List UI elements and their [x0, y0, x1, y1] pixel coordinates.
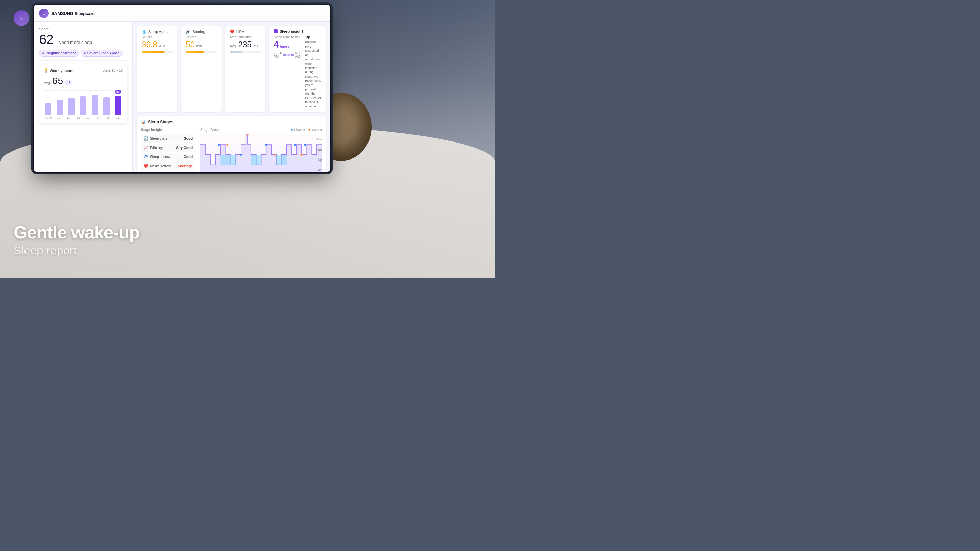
- date-labels: June 10 11 12 13 14 15 16: [43, 116, 123, 119]
- mental-value: Shortage: [178, 164, 192, 168]
- bottom-text-overlay: Gentle wake-up Sleep report: [14, 222, 140, 257]
- bar-group-13: [78, 96, 88, 115]
- weekly-header: 🏆 Weekly score June 10 ~ 16: [43, 68, 123, 73]
- sleep-apnea-bar-fill: [142, 51, 165, 53]
- insight-time-range: 23:20 PM 6:00 AM: [274, 51, 302, 59]
- stage-insight-header: Stage insight: [141, 128, 195, 132]
- sleep-apnea-header: 💧 Sleep Apnea: [142, 29, 172, 34]
- sleep-stage-svg: Awake REM Light Deep: [200, 134, 322, 172]
- latency-icon: 💤: [143, 155, 148, 159]
- sleep-cycle-value: Good: [184, 137, 192, 140]
- snoring-legend-label: Snoring: [311, 128, 322, 131]
- tv-brand-name: SAMSUNG Sleepcare: [51, 11, 94, 16]
- arrow-2: [287, 54, 290, 56]
- snoring-card: 🔊 Snoring Severe 50 min: [181, 26, 221, 112]
- insight-times-value: 4: [274, 39, 279, 50]
- weekly-score-widget: 🏆 Weekly score June 10 ~ 16 Avg. 65 ↓ 3: [39, 64, 127, 124]
- sleep-insight-card: Sleep insight Sleep care Assist 4 times: [269, 26, 326, 112]
- insight-content: Sleep care Assist 4 times 23:20 PM: [274, 35, 321, 109]
- insight-left: Sleep care Assist 4 times 23:20 PM: [274, 35, 302, 109]
- snoring-icon: 🔊: [185, 29, 191, 34]
- svg-rect-0: [200, 134, 322, 144]
- svg-point-14: [274, 154, 275, 156]
- weekly-date: June 10 ~ 16: [103, 69, 123, 73]
- insight-tip-text: Irregular HRV suspected of arrhythmia we…: [305, 40, 321, 109]
- insight-right: Tip Irregular HRV suspected of arrhythmi…: [305, 35, 321, 109]
- day-11: 11: [63, 116, 73, 119]
- bar-value-badge-16: 62: [115, 90, 121, 94]
- svg-point-7: [218, 143, 220, 146]
- bar-15: [103, 97, 110, 115]
- sleep-apnea-badge: Severe Sleep Apnea: [81, 50, 123, 57]
- tv-header-bar: ○ SAMSUNG Sleepcare: [34, 5, 330, 22]
- badge-row: Irregular heartbeat Severe Sleep Apnea: [39, 50, 127, 57]
- bar-group-12: [67, 98, 76, 115]
- bar-12: [68, 98, 75, 115]
- svg-text:Light: Light: [317, 158, 322, 161]
- tv-screen: ○ SAMSUNG Sleepcare Score 62 Need more s…: [34, 5, 330, 172]
- mental-icon: ❤️: [143, 164, 148, 168]
- efficiency-icon: 📈: [143, 146, 148, 150]
- graph-svg-container: Awake REM Light Deep: [200, 134, 322, 172]
- stage-item-sleep-cycle: 🔄 Sleep cycle Good: [141, 134, 195, 143]
- hrv-bar-fill: [230, 51, 242, 53]
- stages-content: Stage insight 🔄 Sleep cycle Good: [141, 128, 322, 172]
- sleep-apnea-bar: [142, 51, 172, 53]
- legend-flipping: Flipping: [291, 128, 305, 131]
- snoring-dot: [308, 129, 310, 130]
- stage-item-latency: 💤 Sleep latency Good: [141, 153, 195, 161]
- insight-times-unit: times: [280, 44, 289, 48]
- stage-legend: Flipping Snoring: [291, 128, 322, 131]
- change-badge: ↓ 3: [64, 80, 72, 86]
- hrv-severity: Atrial fibrillation: [230, 35, 261, 39]
- stage-graph-title: Stage Graph: [200, 128, 220, 132]
- mental-name: Mental refresh: [150, 164, 172, 168]
- svg-rect-4: [221, 155, 236, 165]
- badge-dot-2: [84, 52, 86, 54]
- svg-rect-1: [200, 144, 322, 155]
- avg-label: Avg.: [43, 81, 51, 85]
- badge-dot-1: [42, 52, 44, 54]
- bar-group-16: 62: [113, 96, 123, 115]
- arrow-1: [283, 54, 286, 56]
- flipping-dot: [291, 129, 293, 130]
- svg-text:Deep: Deep: [317, 168, 322, 171]
- svg-point-12: [226, 143, 228, 146]
- stages-title: Sleep Stages: [148, 120, 173, 124]
- bar-group-14: [90, 95, 100, 115]
- sleep-apnea-unit: AHI: [159, 44, 165, 48]
- snoring-severity: Severe: [185, 35, 216, 39]
- hrv-card: ❤️ HRV Atrial fibrillation Avg. 235 ms: [225, 26, 266, 112]
- bar-group-15: [102, 97, 111, 115]
- legend-snoring: Snoring: [308, 128, 322, 131]
- insight-time-to: 6:00 AM: [295, 51, 301, 59]
- hrv-bar: [230, 51, 261, 53]
- stage-item-mental: ❤️ Mental refresh Shortage: [141, 162, 195, 170]
- insight-time-from: 23:20 PM: [274, 51, 282, 59]
- hrv-icon: ❤️: [230, 29, 235, 34]
- bar-16: 62: [115, 96, 121, 115]
- stage-graph-header: Stage Graph Flipping Snoring: [200, 128, 322, 132]
- efficiency-value: Very Good: [176, 146, 192, 150]
- sleep-apnea-value: 36.8: [142, 40, 158, 49]
- tv-main-content: Score 62 Need more sleep Irregular heart…: [34, 22, 330, 172]
- hrv-value: 235: [238, 40, 252, 49]
- sub-heading: Sleep report: [14, 244, 140, 257]
- sleep-apnea-name: Sleep Apnea: [148, 30, 169, 34]
- latency-value: Good: [184, 155, 192, 159]
- day-16: 16: [113, 116, 123, 119]
- main-heading: Gentle wake-up: [14, 222, 140, 243]
- sleep-apnea-severity: Severe: [142, 35, 172, 39]
- sleep-cycle-name: Sleep cycle: [150, 137, 167, 140]
- day-12: 12: [73, 116, 83, 119]
- hrv-header: ❤️ HRV: [230, 29, 261, 34]
- bar-11: [57, 100, 63, 115]
- svg-point-8: [240, 154, 242, 156]
- weekly-title: 🏆 Weekly score: [43, 68, 73, 73]
- tv-logo-icon: ○: [39, 8, 49, 18]
- svg-rect-6: [276, 155, 286, 165]
- right-panel: 💧 Sleep Apnea Severe 36.8 AHI: [133, 22, 330, 172]
- stages-header: 📊 Sleep Stages: [141, 120, 322, 124]
- hrv-prefix: Avg.: [230, 44, 238, 48]
- svg-point-10: [294, 143, 296, 146]
